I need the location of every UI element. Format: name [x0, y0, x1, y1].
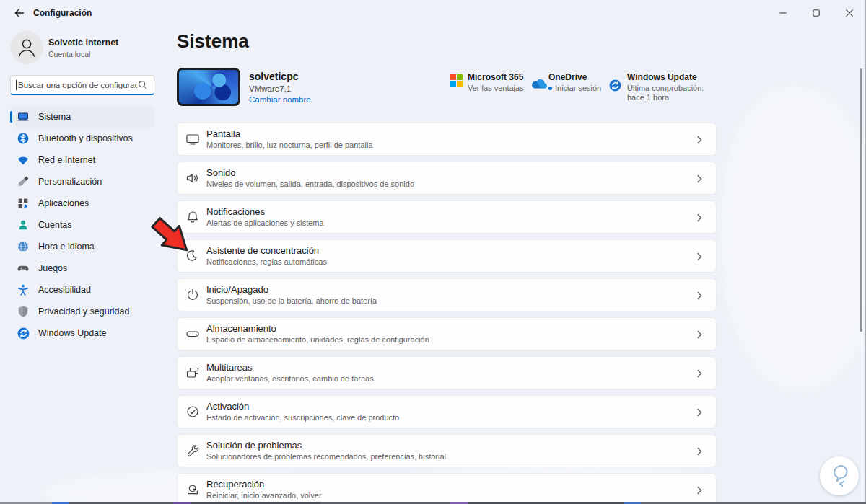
- setting-subtitle: Estado de activación, suscripciones, cla…: [206, 413, 716, 423]
- personalization-icon: [17, 175, 30, 188]
- setting-row-sonido[interactable]: SonidoNiveles de volumen, salida, entrad…: [177, 162, 717, 195]
- back-arrow-icon: [13, 7, 25, 19]
- setting-subtitle: Monitores, brillo, luz nocturna, perfil …: [206, 141, 716, 150]
- maximize-icon: [812, 9, 821, 17]
- accessibility-icon: [17, 283, 30, 296]
- chevron-right-icon: [693, 133, 706, 146]
- chevron-right-icon: [693, 328, 706, 341]
- activation-icon: [185, 404, 201, 420]
- recovery-icon: [185, 482, 201, 498]
- sidebar-item-label: Cuentas: [38, 220, 72, 230]
- bluetooth-icon: [17, 132, 30, 145]
- chevron-right-icon: [693, 211, 706, 224]
- windows-update-status-icon: [608, 79, 622, 92]
- sidebar-item-label: Juegos: [38, 263, 67, 273]
- setting-title: Sonido: [206, 167, 716, 178]
- power-icon: [185, 287, 201, 303]
- search-input[interactable]: [18, 81, 137, 89]
- setting-row-inicio-apagado[interactable]: Inicio/ApagadoSuspensión, uso de la bate…: [177, 278, 717, 311]
- settings-list: PantallaMonitores, brillo, luz nocturna,…: [177, 123, 717, 504]
- setting-row-recuperacion[interactable]: RecuperaciónReiniciar, inicio avanzado, …: [177, 473, 717, 504]
- text-caret: [16, 80, 17, 90]
- settings-window: { "colors": { "accent": "#0067c0", "wind…: [0, 0, 866, 504]
- sidebar-item-cuentas[interactable]: Cuentas: [10, 214, 154, 236]
- setting-subtitle: Notificaciones, reglas automáticas: [206, 257, 716, 267]
- promo-ms365-link[interactable]: Ver las ventajas: [468, 84, 524, 92]
- multitask-icon: [185, 365, 201, 381]
- search-icon: [137, 79, 148, 90]
- setting-title: Recuperación: [206, 479, 716, 490]
- search-box[interactable]: [10, 75, 154, 95]
- account-name: Solvetic Internet: [48, 37, 118, 48]
- setting-row-activacion[interactable]: ActivaciónEstado de activación, suscripc…: [177, 395, 717, 428]
- promo-ms365-title: Microsoft 365: [468, 72, 523, 82]
- minimize-button[interactable]: [766, 0, 800, 26]
- sidebar-item-juegos[interactable]: Juegos: [10, 257, 154, 279]
- onedrive-icon: [529, 77, 548, 90]
- display-icon: [185, 131, 201, 147]
- solvetic-logo: [820, 456, 859, 495]
- setting-subtitle: Solucionadores de problemas recomendados…: [206, 452, 716, 461]
- sidebar-item-personalizacion[interactable]: Personalización: [10, 171, 154, 193]
- setting-title: Notificaciones: [206, 206, 716, 217]
- account-type: Cuenta local: [48, 50, 90, 58]
- privacy-icon: [17, 305, 30, 318]
- close-button[interactable]: [833, 0, 866, 26]
- setting-title: Asistente de concentración: [206, 245, 716, 256]
- scrollbar-thumb[interactable]: [860, 68, 862, 332]
- red-arrow-pointer: [145, 214, 201, 262]
- microsoft-365-icon: [450, 74, 463, 87]
- sidebar-item-red-internet[interactable]: Red e Internet: [10, 149, 154, 171]
- setting-title: Multitareas: [206, 362, 716, 373]
- maximize-button[interactable]: [800, 0, 833, 26]
- setting-row-almacenamiento[interactable]: AlmacenamientoEspacio de almacenamiento,…: [177, 317, 717, 350]
- setting-title: Almacenamiento: [206, 323, 716, 334]
- windows-update-icon: [17, 327, 30, 340]
- back-button[interactable]: [9, 4, 29, 22]
- sidebar-item-label: Aplicaciones: [38, 198, 89, 208]
- time-language-icon: [17, 240, 30, 253]
- setting-subtitle: Suspensión, uso de la batería, ahorro de…: [206, 296, 716, 306]
- device-model: VMware7,1: [249, 84, 291, 93]
- sidebar-item-aplicaciones[interactable]: Aplicaciones: [10, 193, 154, 214]
- sidebar-item-accesibilidad[interactable]: Accesibilidad: [10, 279, 154, 301]
- sidebar-item-label: Personalización: [38, 177, 102, 187]
- chevron-right-icon: [693, 367, 706, 380]
- rename-device-link[interactable]: Cambiar nombre: [249, 95, 311, 104]
- close-icon: [845, 9, 854, 17]
- setting-title: Inicio/Apagado: [206, 284, 716, 295]
- setting-row-multitareas[interactable]: MultitareasAcoplar ventanas, escritorios…: [177, 356, 717, 389]
- sidebar-item-privacidad[interactable]: Privacidad y seguridad: [10, 301, 154, 322]
- setting-row-solucion-problemas[interactable]: Solución de problemasSolucionadores de p…: [177, 434, 717, 467]
- window-title: Configuración: [33, 8, 92, 18]
- sidebar-item-bluetooth[interactable]: Bluetooth y dispositivos: [10, 128, 154, 149]
- sound-icon: [185, 170, 201, 186]
- promo-onedrive-link[interactable]: Iniciar sesión: [548, 84, 601, 92]
- promo-onedrive-title: OneDrive: [548, 72, 587, 82]
- setting-row-notificaciones[interactable]: NotificacionesAlertas de aplicaciones y …: [177, 200, 717, 234]
- system-icon: [17, 110, 30, 123]
- device-thumbnail: [177, 68, 240, 106]
- sidebar-item-label: Bluetooth y dispositivos: [38, 133, 133, 143]
- background-splash: [722, 87, 866, 389]
- setting-subtitle: Alertas de aplicaciones y sistema: [206, 218, 716, 228]
- network-icon: [17, 154, 30, 167]
- gaming-icon: [17, 262, 30, 275]
- window-controls: [766, 0, 866, 26]
- sidebar-item-label: Sistema: [38, 112, 71, 122]
- sidebar-item-label: Privacidad y seguridad: [38, 306, 129, 317]
- setting-subtitle: Reiniciar, inicio avanzado, volver: [206, 491, 716, 500]
- chevron-right-icon: [693, 250, 706, 263]
- sidebar-item-label: Hora e idioma: [38, 242, 95, 252]
- setting-row-asistente-concentracion[interactable]: Asistente de concentraciónNotificaciones…: [177, 239, 717, 273]
- sidebar-item-windows-update[interactable]: Windows Update: [10, 322, 154, 344]
- setting-subtitle: Niveles de volumen, salida, entrada, dis…: [206, 180, 716, 189]
- sidebar-item-sistema[interactable]: Sistema: [10, 106, 154, 128]
- chevron-right-icon: [693, 445, 706, 458]
- avatar[interactable]: [10, 31, 43, 64]
- titlebar: Configuración: [0, 0, 866, 26]
- setting-row-pantalla[interactable]: PantallaMonitores, brillo, luz nocturna,…: [177, 123, 717, 156]
- person-icon: [13, 34, 40, 61]
- sidebar-item-hora-idioma[interactable]: Hora e idioma: [10, 236, 154, 257]
- device-name: solveticpc: [249, 71, 298, 82]
